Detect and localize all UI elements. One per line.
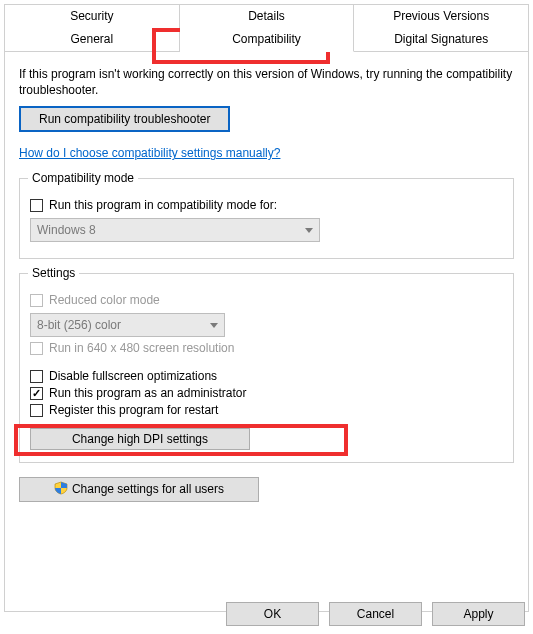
tab-compatibility[interactable]: Compatibility	[180, 28, 355, 52]
settings-group: Settings Reduced color mode 8-bit (256) …	[19, 273, 514, 463]
compat-os-value: Windows 8	[37, 223, 96, 237]
chevron-down-icon	[305, 228, 313, 233]
compat-group-title: Compatibility mode	[28, 171, 138, 185]
tab-digital-signatures[interactable]: Digital Signatures	[354, 28, 529, 52]
run-640-checkbox	[30, 342, 43, 355]
disable-fullscreen-label: Disable fullscreen optimizations	[49, 369, 217, 383]
reduced-color-checkbox	[30, 294, 43, 307]
change-all-users-button[interactable]: Change settings for all users	[19, 477, 259, 502]
run-as-admin-checkbox[interactable]	[30, 387, 43, 400]
tab-security[interactable]: Security	[4, 4, 180, 28]
run-as-admin-label: Run this program as an administrator	[49, 386, 246, 400]
change-all-users-label: Change settings for all users	[72, 482, 224, 496]
tab-general[interactable]: General	[4, 28, 180, 52]
compat-mode-label: Run this program in compatibility mode f…	[49, 198, 277, 212]
change-dpi-button[interactable]: Change high DPI settings	[30, 428, 250, 450]
register-restart-label: Register this program for restart	[49, 403, 218, 417]
reduced-color-label: Reduced color mode	[49, 293, 160, 307]
compatibility-mode-group: Compatibility mode Run this program in c…	[19, 178, 514, 259]
tab-previous-versions[interactable]: Previous Versions	[354, 4, 529, 28]
intro-text: If this program isn't working correctly …	[19, 66, 514, 98]
run-640-label: Run in 640 x 480 screen resolution	[49, 341, 234, 355]
help-link[interactable]: How do I choose compatibility settings m…	[19, 146, 280, 160]
register-restart-checkbox[interactable]	[30, 404, 43, 417]
ok-button[interactable]: OK	[226, 602, 319, 626]
color-depth-value: 8-bit (256) color	[37, 318, 121, 332]
compat-os-combo[interactable]: Windows 8	[30, 218, 320, 242]
apply-button[interactable]: Apply	[432, 602, 525, 626]
shield-icon	[54, 481, 68, 498]
chevron-down-icon	[210, 323, 218, 328]
cancel-button[interactable]: Cancel	[329, 602, 422, 626]
settings-group-title: Settings	[28, 266, 79, 280]
disable-fullscreen-checkbox[interactable]	[30, 370, 43, 383]
tab-details[interactable]: Details	[180, 4, 355, 28]
color-depth-combo: 8-bit (256) color	[30, 313, 225, 337]
run-troubleshooter-button[interactable]: Run compatibility troubleshooter	[19, 106, 230, 132]
compat-mode-checkbox[interactable]	[30, 199, 43, 212]
